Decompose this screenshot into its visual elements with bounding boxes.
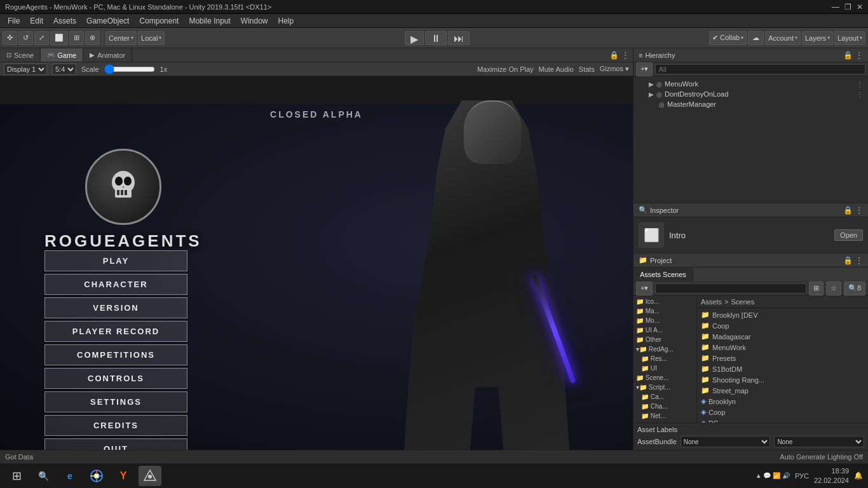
folder-res[interactable]: 📁 Res... [634,354,696,363]
mute-audio[interactable]: Mute Audio [539,65,574,73]
lock-icon[interactable]: 🔒 [609,51,619,60]
asset-bundle-select[interactable]: None [681,436,771,447]
hierarchy-more[interactable]: ⋮ [855,51,863,60]
folder-script[interactable]: ▾📁 Script... [634,383,696,392]
project-bookmark-button[interactable]: ☆ [826,281,841,295]
account-dropdown[interactable]: Account ▾ [765,31,801,45]
start-button[interactable]: ⊞ [5,466,28,486]
folder-uia[interactable]: 📁 UI A... [634,325,696,335]
custom-tool[interactable]: ⊕ [85,31,100,45]
chrome-button[interactable] [85,466,108,486]
file-ds-scene[interactable]: ◈ DS [697,417,868,423]
tree-item-dontdestroy[interactable]: ▶ ◎ DontDestroyOnLoad ⋮ [634,89,868,99]
menu-help[interactable]: Help [273,17,299,25]
tree-menu-menuwork[interactable]: ⋮ [857,81,863,88]
close-button[interactable]: ✕ [857,3,863,11]
credits-menu-button[interactable]: CREDITS [44,415,187,436]
tree-item-menuwork[interactable]: ▶ ◎ MenuWork ⋮ [634,79,868,89]
folder-ca[interactable]: 📁 Ca... [634,392,696,402]
menu-assets[interactable]: Assets [48,17,81,25]
stats-btn[interactable]: Stats [579,65,595,73]
titlebar-controls[interactable]: — ❐ ✕ [832,3,863,11]
menu-mobile-input[interactable]: Mobile Input [184,17,235,25]
hierarchy-lock[interactable]: 🔒 [843,51,853,60]
version-menu-button[interactable]: VERSION [44,297,187,318]
file-presets-folder[interactable]: 📁 Presets [697,353,868,363]
pivot-center-dropdown[interactable]: Center ▾ [105,31,137,45]
scale-slider[interactable] [104,64,155,74]
folder-other[interactable]: 📁 Other [634,335,696,344]
file-street-map-folder[interactable]: 📁 Street_map [697,385,868,396]
hierarchy-add-button[interactable]: +▾ [636,62,653,76]
project-lock[interactable]: 🔒 [843,256,853,265]
maximize-button[interactable]: ❐ [844,3,851,11]
inspector-open-button[interactable]: Open [834,229,863,241]
tab-game[interactable]: 🎮 Game [41,48,83,62]
display-select[interactable]: Display 1 [4,64,47,75]
file-brooklyn-scene[interactable]: ◈ Brooklyn [697,396,868,407]
inspector-more[interactable]: ⋮ [855,206,863,215]
pivot-local-dropdown[interactable]: Local ▾ [138,31,165,45]
play-menu-button[interactable]: PLAY [44,250,187,271]
controls-menu-button[interactable]: CONTROLS [44,368,187,389]
folder-scene[interactable]: 📁 Scene... [634,373,696,383]
file-coop-folder[interactable]: 📁 Coop [697,320,868,331]
yandex-button[interactable]: Y [112,466,135,486]
file-brooklyn-dev[interactable]: 📁 Brooklyn [DEV [697,309,868,320]
pause-button[interactable]: ⏸ [425,31,447,45]
tab-animator[interactable]: ▶ Animator [83,48,132,62]
tree-item-mastermanager[interactable]: ◎ MasterManager [634,99,868,109]
hierarchy-search-input[interactable] [655,64,865,74]
breadcrumb-assets[interactable]: Assets [701,298,722,306]
menu-window[interactable]: Window [236,17,273,25]
file-madagascar-folder[interactable]: 📁 Madagascar [697,331,868,342]
hand-tool[interactable]: ✜ [3,31,17,45]
search-button[interactable]: 🔍 [32,466,55,486]
settings-menu-button[interactable]: SETTINGS [44,391,187,412]
cloud-button[interactable]: ☁ [748,31,764,45]
folder-mo[interactable]: 📁 Mo... [634,316,696,325]
project-more[interactable]: ⋮ [855,256,863,265]
tree-menu-dontdestroy[interactable]: ⋮ [857,91,863,98]
folder-redag[interactable]: ▾📁 RedAg... [634,344,696,354]
edge-button[interactable]: e [58,466,81,486]
file-menuwork-folder[interactable]: 📁 MenuWork [697,342,868,353]
file-coop-scene[interactable]: ◈ Coop [697,407,868,417]
folder-ui[interactable]: 📁 UI [634,363,696,373]
project-tab-assets-scenes[interactable]: Assets Scenes [634,268,693,281]
folder-ma[interactable]: 📁 Ma... [634,306,696,316]
folder-cha[interactable]: 📁 Cha... [634,402,696,411]
folder-icons[interactable]: 📁 Ico... [634,297,696,306]
rotate-tool[interactable]: ↺ [18,31,33,45]
quit-menu-button[interactable]: QUIT [44,438,187,450]
player-record-menu-button[interactable]: PLAYER RECORD [44,321,187,342]
rect-tool[interactable]: ⬜ [50,31,68,45]
asset-bundle-tag-select[interactable]: None [774,436,864,447]
notification-icon[interactable]: 🔔 [854,471,863,480]
menu-file[interactable]: File [3,17,25,25]
breadcrumb-scenes[interactable]: Scenes [731,298,754,306]
maximize-on-play[interactable]: Maximize On Play [477,65,534,73]
project-filter-button[interactable]: ⊞ [809,281,824,295]
play-button[interactable]: ▶ [405,31,424,45]
menu-gameobject[interactable]: GameObject [81,17,134,25]
project-search-filter-button[interactable]: 🔍8 [844,281,865,295]
layers-dropdown[interactable]: Layers ▾ [802,31,833,45]
layout-dropdown[interactable]: Layout ▾ [834,31,865,45]
ratio-select[interactable]: 5:4 [52,64,76,75]
inspector-lock[interactable]: 🔒 [843,206,853,215]
character-menu-button[interactable]: CHARACTER [44,274,187,295]
menu-component[interactable]: Component [134,17,184,25]
collab-dropdown[interactable]: ✔ Collab ▾ [709,31,747,45]
tab-scene[interactable]: ⊡ Scene [0,48,41,62]
menu-edit[interactable]: Edit [25,17,48,25]
transform-tool[interactable]: ⊞ [69,31,84,45]
project-add-button[interactable]: +▾ [636,281,653,295]
minimize-button[interactable]: — [832,3,839,11]
file-s1botdm-folder[interactable]: 📁 S1BotDM [697,363,868,374]
folder-net[interactable]: 📁 Net... [634,411,696,421]
step-button[interactable]: ⏭ [448,31,470,45]
competitions-menu-button[interactable]: COMPETITIONS [44,344,187,365]
more-icon[interactable]: ⋮ [621,51,629,60]
unity-button[interactable] [139,466,161,486]
